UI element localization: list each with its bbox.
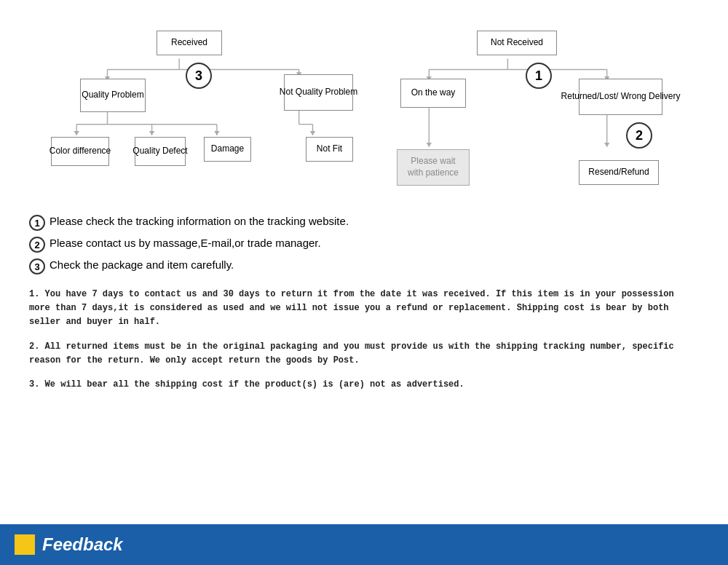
svg-marker-13	[214, 131, 220, 135]
circle-num-3: 3	[29, 258, 45, 274]
instruction-2: 2 Please contact us by massage,E-mail,or…	[29, 237, 699, 253]
footer: Feedback	[0, 524, 728, 565]
notes-section: 1. You have 7 days to contact us and 30 …	[22, 288, 706, 392]
svg-marker-28	[604, 143, 610, 147]
quality-defect-box: Quality Defect	[135, 137, 186, 166]
svg-marker-17	[310, 131, 316, 135]
svg-marker-26	[427, 143, 432, 147]
flowchart: Received 3 Quality Problem Not Quality P…	[22, 15, 706, 204]
badge-3: 3	[186, 63, 212, 89]
received-box: Received	[157, 31, 222, 55]
please-wait-box: Please wait with patience	[397, 149, 470, 186]
circle-num-2: 2	[29, 237, 45, 253]
svg-marker-11	[74, 131, 79, 135]
returned-lost-box: Returned/Lost/ Wrong Delivery	[579, 79, 662, 115]
not-received-box: Not Received	[477, 31, 557, 55]
note-1: 1. You have 7 days to contact us and 30 …	[29, 288, 699, 330]
quality-problem-box: Quality Problem	[80, 79, 146, 112]
resend-refund-box: Resend/Refund	[579, 160, 659, 185]
footer-text: Feedback	[42, 534, 123, 555]
footer-yellow-square	[15, 534, 35, 555]
damage-box: Damage	[204, 137, 251, 162]
circle-num-1: 1	[29, 215, 45, 231]
note-3: 3. We will bear all the shipping cost if…	[29, 378, 699, 392]
svg-marker-12	[149, 131, 155, 135]
instruction-1: 1 Please check the tracking information …	[29, 215, 699, 231]
instruction-3: 3 Check the package and item carefully.	[29, 258, 699, 274]
not-quality-problem-box: Not Quality Problem	[284, 74, 353, 111]
right-tree: Not Received 1 On the way Returned/Lost/…	[364, 15, 706, 204]
not-fit-box: Not Fit	[306, 137, 353, 162]
badge-2: 2	[626, 122, 652, 149]
instructions-section: 1 Please check the tracking information …	[22, 215, 706, 274]
note-2: 2. All returned items must be in the ori…	[29, 340, 699, 368]
badge-1: 1	[526, 63, 552, 89]
color-difference-box: Color difference	[51, 137, 109, 166]
left-tree: Received 3 Quality Problem Not Quality P…	[22, 15, 364, 204]
on-the-way-box: On the way	[400, 79, 466, 108]
